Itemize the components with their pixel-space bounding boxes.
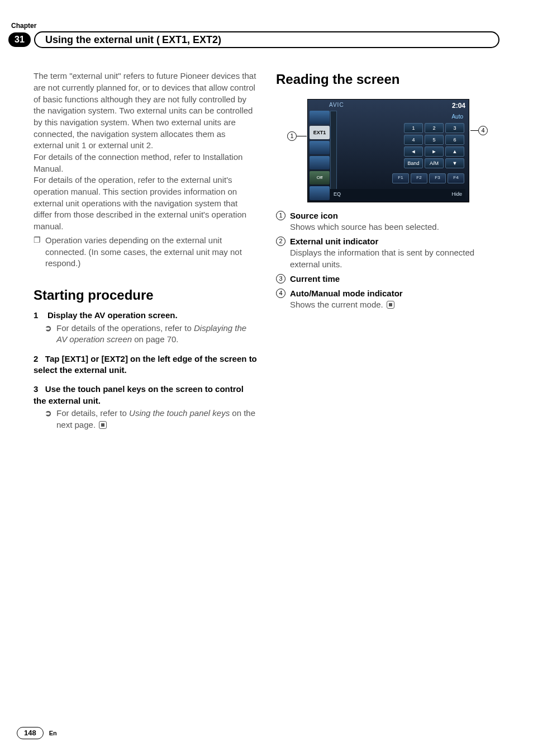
step-number: 3 [34, 384, 38, 394]
sidebar-item[interactable] [310, 141, 330, 154]
key-down-icon[interactable]: ▼ [445, 158, 464, 168]
sidebar-item-ext1[interactable]: EXT1 [310, 126, 330, 139]
chapter-number-badge: 31 [8, 32, 31, 47]
page-number: 148 [17, 727, 44, 739]
sidebar-item[interactable] [310, 156, 330, 169]
key-f1[interactable]: F1 [392, 173, 409, 183]
starting-procedure-heading: Starting procedure [34, 286, 257, 304]
intro-para-1: The term "external unit" refers to futur… [34, 70, 257, 152]
av-screen-mock: AVIC 2:04 Auto EXT1 Off 1 [307, 99, 469, 202]
legend-desc: Shows which source has been selected. [290, 221, 439, 233]
end-section-icon [387, 301, 394, 309]
source-sidebar: EXT1 Off [310, 111, 330, 200]
legend-desc: Shows the current mode. [290, 299, 403, 310]
step-title: Display the AV operation screen. [47, 310, 178, 320]
function-key-row: F1 F2 F3 F4 [392, 173, 464, 183]
step-3-note: ➲ For details, refer to Using the touch … [45, 408, 257, 431]
callout-1: 1 [287, 131, 297, 141]
chapter-title-sub: EXT1, EXT2) [162, 33, 221, 46]
sidebar-item[interactable] [310, 186, 330, 200]
avic-label: AVIC [329, 101, 344, 110]
step-number: 2 [34, 354, 38, 363]
language-label: En [49, 729, 57, 738]
arrow-right-icon: ➲ [45, 408, 52, 431]
legend-item-1: 1 Source icon Shows which source has bee… [276, 210, 499, 233]
eq-button[interactable]: EQ [334, 191, 341, 197]
note-ref-italic: Using the touch panel keys [129, 408, 230, 418]
key-prev-icon[interactable]: ◄ [404, 147, 423, 157]
bullet-icon: ❐ [34, 235, 41, 270]
note-text: For details, refer to [56, 408, 129, 418]
key-2[interactable]: 2 [425, 123, 444, 133]
sidebar-item-off[interactable]: Off [310, 171, 330, 185]
intro-para-3: For details of the operation, refer to t… [34, 174, 257, 232]
clock-time: 2:04 [452, 101, 465, 110]
legend-title: Source icon [290, 210, 439, 221]
chapter-label: Chapter [11, 21, 499, 30]
key-f3[interactable]: F3 [429, 173, 446, 183]
scroll-tab[interactable] [330, 111, 337, 191]
step-1-note: ➲ For details of the operations, refer t… [45, 323, 257, 346]
chapter-title-lozenge: Using the external unit ( EXT1, EXT2) [34, 31, 499, 48]
key-am[interactable]: A/M [425, 158, 444, 168]
left-column: The term "external unit" refers to futur… [34, 70, 257, 431]
bullet-item: ❐ Operation varies depending on the exte… [34, 235, 257, 270]
legend-num: 2 [276, 237, 285, 246]
auto-indicator: Auto [451, 113, 463, 121]
step-2: 2 Tap [EXT1] or [EXT2] on the left edge … [34, 353, 257, 376]
legend-desc: Displays the information that is sent by… [290, 247, 499, 270]
key-6[interactable]: 6 [445, 135, 464, 145]
keypad: 1 2 3 4 5 6 ◄ ► ▲ Band A/M ▼ [404, 123, 464, 168]
key-4[interactable]: 4 [404, 135, 423, 145]
arrow-right-icon: ➲ [45, 323, 52, 346]
bottom-bar: EQ Hide [330, 189, 465, 199]
legend-num: 4 [276, 289, 285, 298]
step-title: Tap [EXT1] or [EXT2] on the left edge of… [34, 354, 257, 375]
bullet-text: Operation varies depending on the extern… [45, 235, 257, 270]
legend-title: Auto/Manual mode indicator [290, 288, 403, 299]
key-5[interactable]: 5 [425, 135, 444, 145]
key-3[interactable]: 3 [445, 123, 464, 133]
callout-4: 4 [478, 126, 488, 135]
key-up-icon[interactable]: ▲ [445, 147, 464, 157]
key-f4[interactable]: F4 [448, 173, 464, 183]
end-section-icon [99, 421, 107, 429]
legend-item-4: 4 Auto/Manual mode indicator Shows the c… [276, 288, 499, 311]
legend-item-3: 3 Current time [276, 273, 499, 285]
note-text: For details of the operations, refer to [56, 323, 194, 333]
hide-button[interactable]: Hide [451, 191, 462, 197]
note-text-suffix: on page 70. [132, 334, 178, 344]
step-3: 3 Use the touch panel keys on the screen… [34, 384, 257, 407]
step-1: 1 Display the AV operation screen. [34, 310, 257, 321]
key-1[interactable]: 1 [404, 123, 423, 133]
chapter-header: 31 Using the external unit ( EXT1, EXT2) [8, 31, 499, 48]
key-next-icon[interactable]: ► [425, 147, 444, 157]
screenshot-diagram: 2 3 1 4 [287, 99, 488, 202]
intro-para-2: For details of the connection method, re… [34, 152, 257, 174]
page-footer: 148 En [17, 727, 57, 739]
legend-num: 1 [276, 211, 285, 220]
chapter-title-main: Using the external unit ( [45, 33, 160, 46]
key-f2[interactable]: F2 [411, 173, 427, 183]
step-title: Use the touch panel keys on the screen t… [34, 384, 244, 405]
right-column: Reading the screen 2 3 1 [276, 70, 499, 431]
legend-num: 3 [276, 274, 285, 284]
legend-title: Current time [290, 273, 340, 285]
sidebar-item[interactable] [310, 111, 330, 124]
step-number: 1 [34, 310, 38, 320]
reading-screen-heading: Reading the screen [276, 70, 499, 88]
key-band[interactable]: Band [404, 158, 423, 168]
legend-item-2: 2 External unit indicator Displays the i… [276, 236, 499, 270]
legend-title: External unit indicator [290, 236, 499, 247]
